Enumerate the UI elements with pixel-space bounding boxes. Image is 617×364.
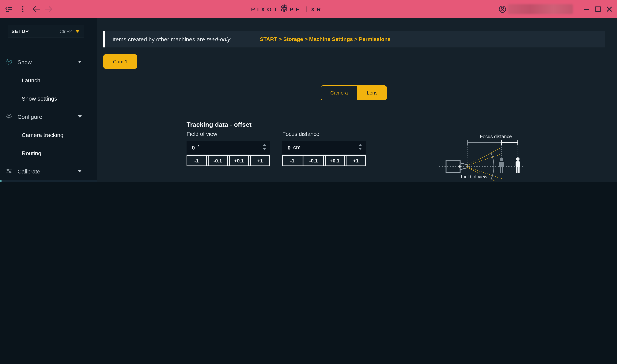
sidebar-item-camera-tracking[interactable]: Camera tracking — [0, 126, 97, 144]
cam1-button[interactable]: Cam 1 — [103, 54, 137, 69]
brand-text-2: PE — [289, 6, 302, 12]
step-plus-1-button[interactable]: +1 — [346, 156, 365, 166]
minimize-button[interactable] — [583, 5, 591, 13]
fov-stepper-row: -1 -0.1 +0.1 +1 — [187, 155, 270, 166]
sidebar-item-routing[interactable]: Routing — [0, 144, 97, 162]
spinner-stepper[interactable] — [262, 144, 266, 150]
brand-text-1: PIXOT — [251, 6, 280, 12]
notice-text-em: read-only — [206, 36, 230, 42]
chevron-down-icon — [78, 170, 82, 172]
mode-selector[interactable]: SETUP Ctrl+2 — [8, 25, 83, 38]
user-account-icon[interactable] — [498, 5, 506, 13]
sidebar-item-label: Show settings — [22, 95, 57, 102]
field-label-focus-distance: Focus distance — [282, 131, 319, 137]
person-white-icon — [516, 157, 520, 173]
step-minus-01-button[interactable]: -0.1 — [208, 156, 228, 166]
mode-shortcut: Ctrl+2 — [59, 29, 72, 34]
spin-up-icon[interactable] — [262, 144, 266, 146]
app-window: PIXOT PE | XR — [0, 0, 617, 182]
sidebar-item-label: Launch — [22, 77, 40, 83]
focus-distance-unit: cm — [293, 145, 301, 150]
step-minus-1-button[interactable]: -1 — [187, 156, 207, 166]
field-of-view-input[interactable]: 0 ° — [187, 141, 270, 154]
sidebar-section-label: Calibrate — [17, 168, 40, 174]
sidebar-section-configure[interactable]: Configure — [0, 107, 97, 126]
close-button[interactable] — [606, 5, 614, 13]
user-email-redacted — [507, 4, 573, 14]
camera-lens-tabs: Camera Lens — [321, 85, 387, 100]
step-minus-01-button[interactable]: -0.1 — [303, 156, 324, 166]
sidebar-section-label: Show — [17, 59, 32, 65]
step-plus-01-button[interactable]: +0.1 — [229, 156, 249, 166]
spin-down-icon[interactable] — [358, 148, 362, 150]
focus-stepper-row: -1 -0.1 +0.1 +1 — [282, 155, 366, 166]
mode-label: SETUP — [11, 28, 29, 34]
show-icon — [6, 58, 12, 65]
title-bar: PIXOT PE | XR — [0, 0, 617, 18]
sidebar-item-launch[interactable]: Launch — [0, 71, 97, 89]
field-of-view-value: 0 — [192, 144, 195, 151]
gear-icon — [6, 113, 12, 119]
sidebar-nav: Show Launch Show settings Configure Came… — [0, 53, 97, 182]
field-of-view-unit: ° — [198, 145, 200, 150]
tab-camera[interactable]: Camera — [321, 85, 357, 100]
spin-down-icon[interactable] — [262, 148, 266, 150]
back-arrow-icon[interactable] — [32, 5, 40, 13]
spin-up-icon[interactable] — [358, 144, 362, 146]
chevron-down-icon — [78, 115, 82, 118]
sidebar-item-label: Routing — [22, 150, 41, 156]
readonly-notice: Items created by other machines are read… — [103, 31, 605, 47]
step-minus-1-button[interactable]: -1 — [283, 156, 302, 166]
chevron-down-icon — [78, 61, 82, 63]
sidebar-item-show-settings[interactable]: Show settings — [0, 89, 97, 107]
titlebar-divider — [576, 4, 576, 14]
step-plus-1-button[interactable]: +1 — [250, 156, 270, 166]
person-gray-icon — [499, 158, 504, 173]
sidebar-section-label: Configure — [17, 113, 42, 120]
sidebar-section-calibrate[interactable]: Calibrate — [0, 162, 97, 180]
section-title-tracking-offset: Tracking data - offset — [187, 121, 251, 129]
atom-logo-icon — [280, 4, 289, 14]
kebab-menu-icon[interactable] — [19, 5, 27, 13]
tab-lens[interactable]: Lens — [357, 85, 387, 100]
pixotope-logo: PIXOT PE | XR — [235, 0, 338, 18]
diagram-focus-distance-label: Focus distance — [480, 134, 512, 139]
diagram-field-of-view-label: Field of view — [461, 174, 488, 179]
step-plus-01-button[interactable]: +0.1 — [325, 156, 345, 166]
main-content: Items created by other machines are read… — [97, 18, 617, 182]
breadcrumb[interactable]: START > Storage > Machine Settings > Per… — [260, 36, 391, 42]
spinner-stepper[interactable] — [358, 144, 362, 150]
notice-text-main: Items created by other machines are — [112, 36, 206, 42]
sliders-icon — [6, 168, 12, 174]
collapse-sidebar-icon[interactable] — [5, 5, 13, 13]
brand-divider: | — [305, 5, 307, 13]
sidebar: SETUP Ctrl+2 Show Launch Show settings — [0, 18, 97, 182]
focus-distance-input[interactable]: 0 cm — [282, 141, 366, 154]
maximize-button[interactable] — [595, 5, 602, 13]
sidebar-item-label: Camera tracking — [22, 131, 63, 138]
focus-distance-diagram: Focus distance — [433, 128, 528, 181]
sidebar-section-show[interactable]: Show — [0, 53, 97, 71]
chevron-down-icon — [75, 30, 80, 33]
brand-suffix: XR — [311, 6, 323, 12]
field-label-field-of-view: Field of view — [187, 131, 217, 137]
notice-text: Items created by other machines are read… — [112, 36, 230, 42]
sidebar-item-tracking[interactable]: Tracking — [0, 180, 97, 182]
forward-arrow-icon[interactable] — [44, 5, 52, 13]
focus-distance-value: 0 — [288, 144, 291, 151]
